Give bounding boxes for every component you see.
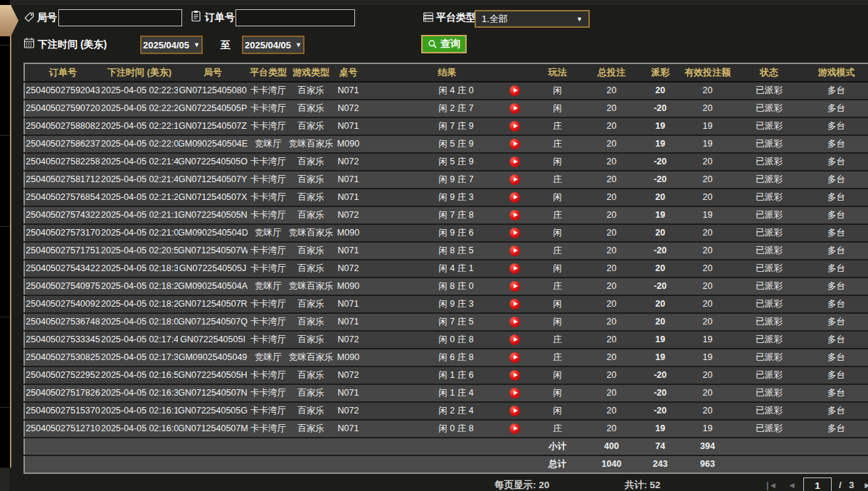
tag-icon (23, 11, 35, 23)
table-row: 250405027515370 2025-04-05 02:16:19 GN07… (24, 402, 868, 420)
table-row: 250405027586237 2025-04-05 02:22:06 GM09… (24, 135, 868, 153)
date-to-select[interactable]: 2025/04/05 ▼ (242, 36, 305, 54)
table-no-cell: N071 (333, 384, 364, 402)
result-text: 闲 4 庄 0 (403, 83, 509, 99)
replay-play-icon[interactable] (509, 103, 520, 114)
bet-time-cell: 2025-04-05 02:21:48 (101, 153, 178, 171)
replay-play-icon[interactable] (509, 352, 520, 363)
rail-accent-line (10, 5, 11, 468)
valid-bet-cell: 19 (682, 135, 734, 153)
order-no-input[interactable] (235, 9, 355, 26)
game-no-cell: GN0712540507Q (178, 313, 248, 331)
payout-cell: 20 (639, 224, 682, 242)
game-type-cell: 百家乐 (289, 82, 333, 100)
prev-page-button[interactable]: ◄ (788, 477, 796, 491)
game-type-cell: 百家乐 (289, 366, 333, 384)
date-from-select[interactable]: 2025/04/05 ▼ (140, 36, 203, 54)
table-no-cell: N071 (333, 117, 364, 135)
replay-play-icon[interactable] (509, 263, 520, 274)
game-type-cell: 百家乐 (289, 100, 333, 117)
game-mode-cell: 多台 (805, 384, 868, 402)
total-bet-cell: 20 (584, 278, 639, 295)
game-no-input[interactable] (58, 9, 182, 26)
game-no-cell: GN0712540507M (178, 420, 248, 438)
game-type-cell: 百家乐 (289, 171, 333, 189)
game-mode-cell: 多台 (805, 260, 868, 278)
order-no-cell: 250405027571751 (24, 242, 101, 260)
order-no-label: 订单号 (205, 9, 235, 26)
payout-cell: 19 (639, 117, 682, 135)
first-page-button[interactable]: |◄ (766, 477, 777, 491)
rail-divider (0, 135, 10, 136)
game-type-cell: 百家乐 (289, 313, 333, 331)
table-no-cell: N072 (333, 366, 364, 384)
game-type-cell: 百家乐 (289, 331, 333, 349)
table-row: 250405027543422 2025-04-05 02:18:36 GN07… (24, 260, 868, 278)
replay-play-icon[interactable] (509, 192, 520, 203)
next-page-button[interactable]: ► (863, 477, 868, 491)
status-badge: 已派彩 (734, 313, 805, 331)
order-no-cell: 250405027582258 (24, 153, 101, 171)
platform-cell: 竞咪厅 (248, 349, 289, 366)
game-type-cell: 百家乐 (289, 402, 333, 420)
order-no-cell: 250405027574322 (24, 206, 101, 224)
replay-play-icon[interactable] (509, 228, 520, 238)
replay-play-icon[interactable] (509, 139, 520, 149)
platform-cell: 卡卡湾厅 (248, 242, 289, 260)
total-bet-cell: 20 (584, 135, 639, 153)
result-text: 闲 9 庄 7 (403, 171, 509, 188)
game-mode-cell: 多台 (805, 313, 868, 331)
game-no-cell: GM0902540504D (178, 224, 248, 242)
replay-play-icon[interactable] (509, 406, 520, 416)
result-text: 闲 2 庄 4 (403, 403, 509, 419)
replay-play-icon[interactable] (509, 85, 520, 96)
replay-play-icon[interactable] (509, 299, 520, 310)
column-header: 下注时间 (美东) (101, 63, 178, 82)
replay-play-icon[interactable] (509, 121, 520, 132)
sidebar-collapse-handle[interactable] (0, 5, 18, 36)
platform-select[interactable]: 1.全部 ▼ (475, 10, 590, 28)
replay-play-icon[interactable] (509, 388, 520, 398)
payout-cell: -20 (639, 171, 682, 189)
search-button[interactable]: 查询 (421, 35, 467, 53)
result-text: 闲 1 庄 6 (403, 367, 509, 384)
total-bet-cell: 20 (584, 313, 639, 331)
replay-play-icon[interactable] (509, 157, 520, 167)
table-row: 250405027576854 2025-04-05 02:21:22 GN07… (24, 189, 868, 206)
platform-cell: 竞咪厅 (248, 135, 289, 153)
page-number-input[interactable]: 1 (803, 477, 832, 491)
table-row: 250405027540092 2025-04-05 02:18:22 GN07… (24, 295, 868, 313)
result-cell: 闲 2 庄 7 (364, 100, 531, 117)
order-no-cell: 250405027533345 (24, 331, 101, 349)
total-row: 总计 1040 243 963 (24, 455, 868, 473)
bet-type-cell: 庄 (531, 135, 584, 153)
platform-label: 平台类型 (436, 9, 476, 26)
status-badge: 已派彩 (734, 349, 805, 366)
platform-cell: 卡卡湾厅 (248, 206, 289, 224)
replay-play-icon[interactable] (509, 174, 520, 185)
platform-cell: 卡卡湾厅 (248, 260, 289, 278)
result-text: 闲 6 庄 8 (403, 349, 509, 366)
result-text: 闲 0 庄 8 (403, 421, 509, 437)
order-no-cell: 250405027512710 (24, 420, 101, 438)
replay-play-icon[interactable] (509, 334, 520, 345)
table-row: 250405027582258 2025-04-05 02:21:48 GN07… (24, 153, 868, 171)
order-no-cell: 250405027536748 (24, 313, 101, 331)
result-text: 闲 7 庄 8 (403, 207, 509, 223)
replay-play-icon[interactable] (509, 423, 520, 434)
total-bet-cell: 20 (584, 117, 639, 135)
payout-cell: 20 (639, 313, 682, 331)
game-mode-cell: 多台 (805, 402, 868, 420)
game-no-cell: GN0712540507Z (178, 117, 248, 135)
result-cell: 闲 9 庄 3 (364, 189, 531, 206)
order-no-cell: 250405027540092 (24, 295, 101, 313)
platform-cell: 卡卡湾厅 (248, 366, 289, 384)
replay-play-icon[interactable] (509, 246, 520, 256)
bet-time-cell: 2025-04-05 02:20:59 (101, 242, 178, 260)
replay-play-icon[interactable] (509, 370, 520, 381)
replay-play-icon[interactable] (509, 281, 520, 292)
replay-play-icon[interactable] (509, 210, 520, 221)
result-cell: 闲 0 庄 8 (364, 331, 531, 349)
bet-time-cell: 2025-04-05 02:22:06 (101, 135, 178, 153)
replay-play-icon[interactable] (509, 317, 520, 327)
